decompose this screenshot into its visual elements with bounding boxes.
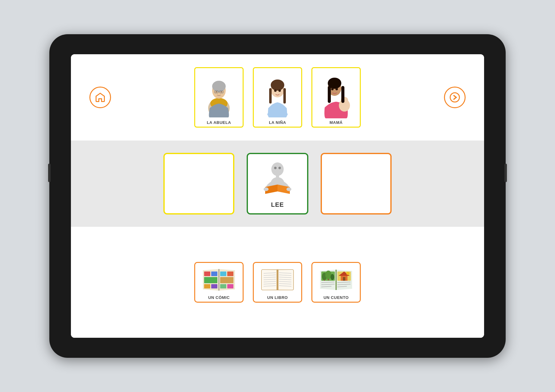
svg-point-58 xyxy=(325,271,331,279)
svg-rect-13 xyxy=(283,88,286,104)
libro-label: UN LIBRO xyxy=(267,295,288,300)
cuento-image xyxy=(316,266,356,294)
comic-image xyxy=(199,266,239,294)
section-objects: UN CÓMIC xyxy=(71,227,484,338)
character-card-abuela[interactable]: LA ABUELA xyxy=(194,67,244,128)
home-button[interactable] xyxy=(89,87,111,108)
svg-point-24 xyxy=(450,93,459,102)
svg-rect-39 xyxy=(220,277,233,283)
object-card-cuento[interactable]: UN CUENTO xyxy=(311,262,361,303)
svg-point-69 xyxy=(346,272,349,275)
verb-card-lee[interactable]: LEE xyxy=(247,153,308,214)
svg-rect-33 xyxy=(211,272,217,276)
home-icon xyxy=(95,92,106,103)
svg-rect-20 xyxy=(328,86,331,103)
svg-rect-37 xyxy=(220,272,226,276)
svg-point-11 xyxy=(271,80,284,91)
object-card-libro[interactable]: UN LIBRO xyxy=(253,262,302,303)
svg-rect-32 xyxy=(204,272,210,276)
next-button[interactable] xyxy=(444,87,466,108)
side-button-right xyxy=(504,164,507,182)
svg-point-30 xyxy=(274,167,277,169)
comic-label: UN CÓMIC xyxy=(208,295,230,300)
abuela-label: LA ABUELA xyxy=(207,120,231,125)
libro-image xyxy=(257,266,298,294)
mama-label: MAMÁ xyxy=(330,120,343,125)
svg-point-15 xyxy=(278,89,281,92)
svg-rect-68 xyxy=(343,277,345,281)
characters-row: LA ABUELA xyxy=(194,67,361,128)
tablet-screen: LA ABUELA xyxy=(71,54,484,338)
svg-point-8 xyxy=(220,91,222,92)
lee-image xyxy=(257,159,298,199)
svg-rect-60 xyxy=(324,280,325,281)
svg-point-14 xyxy=(274,89,277,92)
verb-label: LEE xyxy=(271,201,284,208)
arrow-right-icon xyxy=(449,92,460,103)
svg-rect-40 xyxy=(220,284,226,288)
svg-rect-36 xyxy=(211,284,217,288)
svg-point-3 xyxy=(212,81,226,92)
svg-point-22 xyxy=(331,88,334,90)
tablet: LA ABUELA xyxy=(49,34,506,358)
section-characters: LA ABUELA xyxy=(71,54,484,141)
svg-rect-12 xyxy=(269,88,272,104)
svg-rect-41 xyxy=(227,284,233,288)
svg-point-7 xyxy=(216,91,217,92)
character-card-mama[interactable]: MAMÁ xyxy=(311,67,361,128)
object-card-comic[interactable]: UN CÓMIC xyxy=(194,262,244,303)
mama-image xyxy=(316,71,356,119)
svg-point-25 xyxy=(271,162,284,176)
side-button-left xyxy=(48,164,51,182)
section-verb: LEE xyxy=(71,141,484,227)
empty-slot-right[interactable] xyxy=(321,153,392,214)
svg-rect-61 xyxy=(328,279,329,280)
svg-point-31 xyxy=(278,167,281,169)
svg-rect-34 xyxy=(204,277,217,283)
nina-image xyxy=(257,71,298,119)
character-card-nina[interactable]: LA NIÑA xyxy=(253,67,302,128)
nina-label: LA NIÑA xyxy=(269,120,286,125)
svg-rect-35 xyxy=(204,284,210,288)
svg-point-29 xyxy=(286,187,291,191)
svg-point-59 xyxy=(331,274,334,280)
svg-rect-38 xyxy=(227,272,233,276)
cuento-label: UN CUENTO xyxy=(323,295,349,300)
svg-point-28 xyxy=(264,187,269,191)
abuela-image xyxy=(199,71,239,119)
svg-point-23 xyxy=(335,88,338,90)
svg-rect-21 xyxy=(341,86,344,103)
empty-slot-left[interactable] xyxy=(163,153,234,214)
